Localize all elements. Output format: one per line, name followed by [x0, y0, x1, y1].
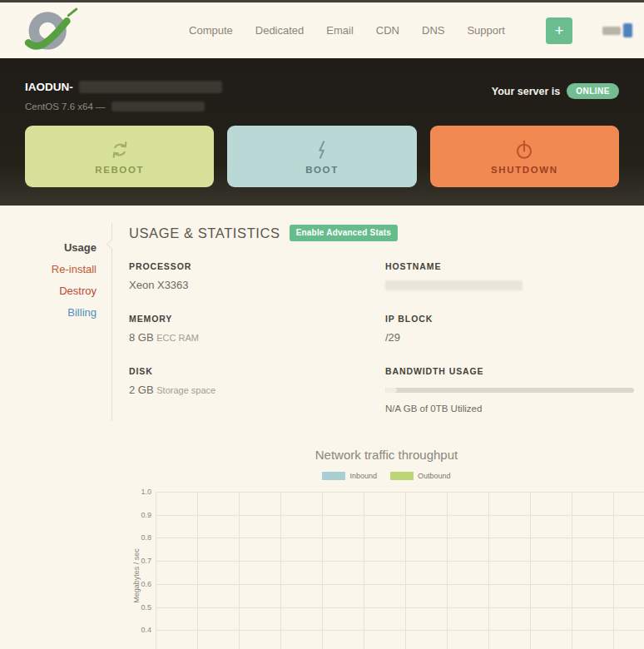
boot-icon — [311, 139, 333, 161]
bandwidth-usage-text: N/A GB of 0TB Utilized — [385, 404, 634, 414]
server-identity: IAODUN- CentOS 7.6 x64 — — [25, 81, 222, 111]
server-name: IAODUN- — [25, 81, 222, 93]
stats-header: USAGE & STATISTICS Enable Advanced Stats — [129, 225, 644, 241]
disk-value: 2 GB Storage space — [129, 384, 385, 396]
brand-logo[interactable] — [20, 7, 83, 54]
disk-label: DISK — [129, 366, 385, 376]
chart-legend: Inbound Outbound — [129, 472, 644, 480]
server-os-label: CentOS 7.6 x64 — — [25, 102, 106, 111]
legend-item-outbound[interactable]: Outbound — [390, 472, 451, 480]
field-ip-block: IP BLOCK /29 — [385, 314, 634, 344]
add-service-button[interactable]: + — [546, 17, 572, 44]
gridline: 0.5 — [156, 607, 644, 608]
inbound-swatch — [322, 472, 345, 480]
network-traffic-chart: Network traffic throughput Inbound Outbo… — [129, 448, 644, 649]
content-area: Usage Re-install Destroy Billing USAGE &… — [0, 206, 644, 649]
server-name-prefix: IAODUN- — [25, 81, 73, 93]
boot-button[interactable]: BOOT — [227, 126, 416, 187]
nav-item-dns[interactable]: DNS — [422, 24, 444, 37]
gridline: 0.4 — [156, 630, 644, 631]
status-badge: ONLINE — [567, 83, 619, 99]
ip-block-label: IP BLOCK — [385, 314, 634, 324]
power-actions: REBOOT BOOT SHUTDOWN — [25, 126, 619, 187]
y-tick: 0.5 — [131, 603, 151, 612]
reboot-label: REBOOT — [95, 165, 144, 175]
nav-item-email[interactable]: Email — [326, 24, 354, 37]
y-tick: 0.6 — [131, 580, 151, 588]
enable-advanced-stats-button[interactable]: Enable Advanced Stats — [290, 225, 398, 241]
account-balance-redacted[interactable] — [602, 23, 632, 37]
y-tick: 0.7 — [131, 557, 151, 565]
legend-item-inbound[interactable]: Inbound — [322, 472, 377, 480]
gridline: 0.8 — [156, 538, 644, 538]
sidebar-item-billing[interactable]: Billing — [0, 302, 111, 324]
processor-value: Xeon X3363 — [129, 279, 385, 291]
outbound-swatch — [390, 472, 414, 480]
nav-item-compute[interactable]: Compute — [189, 24, 233, 37]
sidebar: Usage Re-install Destroy Billing — [0, 223, 112, 421]
disk-unit: Storage space — [156, 385, 215, 395]
field-disk: DISK 2 GB Storage space — [129, 366, 385, 414]
gridline: 0.7 — [156, 561, 644, 562]
shutdown-label: SHUTDOWN — [491, 165, 558, 175]
status-prefix-text: Your server is — [492, 86, 560, 97]
gridline: 0.6 — [156, 584, 644, 585]
server-name-redacted — [79, 81, 222, 93]
logo-icon — [20, 7, 83, 51]
memory-label: MEMORY — [129, 314, 385, 324]
server-header: IAODUN- CentOS 7.6 x64 — Your server is … — [0, 58, 644, 206]
nav-item-cdn[interactable]: CDN — [376, 24, 399, 37]
field-memory: MEMORY 8 GB ECC RAM — [129, 314, 385, 344]
bandwidth-progress-bar — [385, 388, 634, 393]
server-status: Your server is ONLINE — [492, 83, 619, 99]
bandwidth-label: BANDWIDTH USAGE — [385, 366, 634, 376]
ip-block-value: /29 — [385, 331, 634, 344]
stats-grid: PROCESSOR Xeon X3363 HOSTNAME MEMORY 8 G… — [129, 261, 644, 414]
field-processor: PROCESSOR Xeon X3363 — [129, 261, 385, 291]
memory-amount: 8 GB — [129, 331, 154, 344]
y-tick: 1.0 — [131, 488, 151, 496]
sidebar-item-destroy[interactable]: Destroy — [0, 280, 111, 302]
nav-item-dedicated[interactable]: Dedicated — [255, 24, 305, 37]
sidebar-item-usage[interactable]: Usage — [0, 237, 111, 259]
usage-panel: USAGE & STATISTICS Enable Advanced Stats… — [112, 206, 644, 649]
nav-item-support[interactable]: Support — [467, 24, 505, 37]
processor-label: PROCESSOR — [129, 261, 385, 271]
account-icon — [623, 23, 632, 37]
memory-unit: ECC RAM — [156, 333, 199, 343]
reboot-icon — [109, 139, 131, 161]
reboot-button[interactable]: REBOOT — [25, 126, 214, 187]
gridline: 0.9 — [156, 515, 644, 516]
outbound-label: Outbound — [418, 472, 451, 480]
inbound-label: Inbound — [349, 472, 377, 480]
shutdown-button[interactable]: SHUTDOWN — [430, 126, 619, 187]
hostname-label: HOSTNAME — [385, 261, 634, 271]
nav-links: Compute Dedicated Email CDN DNS Support … — [189, 17, 632, 44]
memory-value: 8 GB ECC RAM — [129, 331, 385, 344]
field-bandwidth: BANDWIDTH USAGE N/A GB of 0TB Utilized — [385, 366, 634, 414]
top-navigation: Compute Dedicated Email CDN DNS Support … — [0, 2, 644, 58]
page-title: USAGE & STATISTICS — [129, 225, 280, 241]
boot-label: BOOT — [305, 165, 339, 175]
y-tick: 0.9 — [131, 511, 151, 519]
sidebar-item-reinstall[interactable]: Re-install — [0, 259, 111, 280]
chart-plot-area: Megabytes / sec 1.0 0.9 0.8 0.7 0.6 0.5 … — [156, 492, 644, 649]
server-ip-redacted — [111, 102, 205, 111]
disk-amount: 2 GB — [129, 384, 154, 396]
hostname-value-redacted — [385, 280, 523, 290]
y-tick: 0.8 — [131, 533, 151, 542]
balance-amount-redacted — [602, 27, 621, 35]
shutdown-icon — [513, 139, 535, 161]
bandwidth-progress-fill — [385, 388, 397, 393]
chart-title: Network traffic throughput — [129, 448, 644, 462]
gridline: 1.0 — [156, 492, 644, 493]
y-tick: 0.4 — [131, 626, 151, 634]
field-hostname: HOSTNAME — [385, 261, 634, 291]
server-os-line: CentOS 7.6 x64 — — [25, 102, 222, 111]
